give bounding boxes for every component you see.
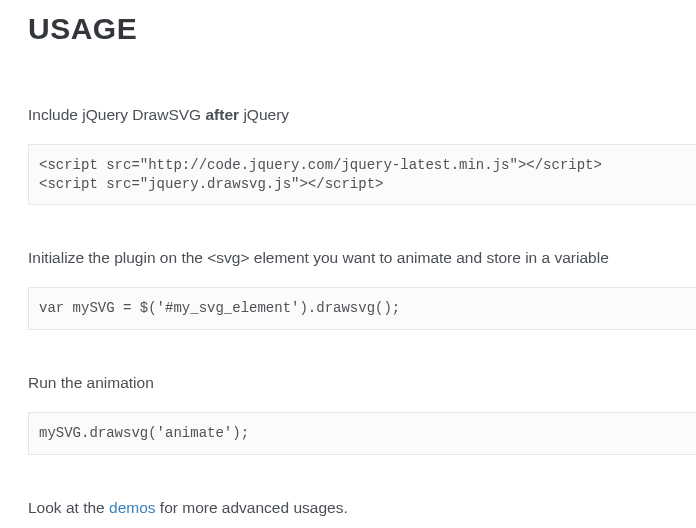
page-heading: USAGE	[28, 12, 696, 46]
demos-link[interactable]: demos	[109, 499, 156, 516]
section1-text: Include jQuery DrawSVG after jQuery	[28, 104, 696, 126]
code-block-2: var mySVG = $('#my_svg_element').drawsvg…	[28, 287, 696, 330]
section3-text: Run the animation	[28, 372, 696, 394]
section4-pre: Look at the	[28, 499, 109, 516]
section2-text: Initialize the plugin on the <svg> eleme…	[28, 247, 696, 269]
section1-post: jQuery	[239, 106, 289, 123]
code-block-1: <script src="http://code.jquery.com/jque…	[28, 144, 696, 206]
code-block-3: mySVG.drawsvg('animate');	[28, 412, 696, 455]
section1-pre: Include jQuery DrawSVG	[28, 106, 205, 123]
section4-post: for more advanced usages.	[156, 499, 348, 516]
section1-bold: after	[205, 106, 239, 123]
section4-text: Look at the demos for more advanced usag…	[28, 497, 696, 519]
